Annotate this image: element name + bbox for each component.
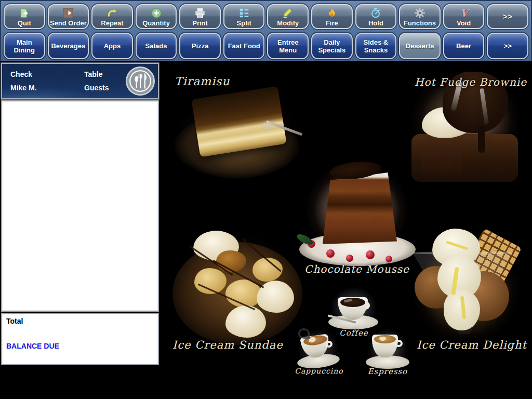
print-icon xyxy=(194,7,206,19)
tab-desserts[interactable]: Desserts xyxy=(399,33,441,59)
tab-more-categories[interactable]: >> xyxy=(487,33,528,59)
tab-sides-snacks[interactable]: Sides & Snacks xyxy=(355,33,397,59)
fire-icon xyxy=(326,7,338,19)
send-order-icon xyxy=(62,7,74,19)
balance-due-label: BALANCE DUE xyxy=(6,342,59,350)
total-label: Total xyxy=(6,317,23,325)
totals-panel: Total BALANCE DUE xyxy=(1,313,159,365)
table-label: Table xyxy=(84,70,103,78)
split-label: Split xyxy=(237,19,251,27)
send-order-button[interactable]: Send Order xyxy=(48,4,89,29)
tab-apps[interactable]: Apps xyxy=(91,33,133,59)
void-icon: V xyxy=(458,7,470,19)
functions-label: Functions xyxy=(404,19,436,27)
void-button[interactable]: V Void xyxy=(443,4,485,29)
modify-label: Modify xyxy=(277,19,299,27)
menu-item-ice-cream-delight[interactable]: Ice Cream Delight xyxy=(405,223,532,360)
menu-canvas: Tiramisu Hot Fudge Brownie xyxy=(160,62,532,399)
tab-label: Pizza xyxy=(192,42,209,50)
functions-icon xyxy=(414,7,425,19)
menu-item-label: Espresso xyxy=(364,367,411,376)
fire-button[interactable]: Fire xyxy=(311,4,353,29)
tab-label: Main Dining xyxy=(7,38,42,54)
repeat-icon xyxy=(107,7,118,19)
menu-item-label: Cappuccino xyxy=(294,367,344,375)
tab-main-dining[interactable]: Main Dining xyxy=(4,33,45,59)
tab-daily-specials[interactable]: Daily Specials xyxy=(311,33,353,59)
more-actions-label: >> xyxy=(503,13,512,21)
menu-item-label: Tiramisu xyxy=(175,75,230,88)
print-label: Print xyxy=(192,19,208,27)
modify-icon xyxy=(282,7,294,19)
quantity-icon xyxy=(151,7,162,19)
menu-item-ice-cream-sundae[interactable]: Ice Cream Sundae xyxy=(164,223,315,360)
action-toolbar: Quit Send Order Repeat Quantity xyxy=(2,4,530,29)
tab-beer[interactable]: Beer xyxy=(443,33,485,59)
functions-button[interactable]: Functions xyxy=(399,4,441,29)
hold-label: Hold xyxy=(368,19,383,27)
quit-label: Quit xyxy=(18,19,31,27)
hold-button[interactable]: Hold xyxy=(355,4,397,29)
toolbar-background: Quit Send Order Repeat Quantity xyxy=(0,0,532,61)
svg-text:V: V xyxy=(460,7,470,19)
quantity-label: Quantity xyxy=(142,19,170,27)
tab-label: Beverages xyxy=(51,42,85,50)
repeat-button[interactable]: Repeat xyxy=(91,4,133,29)
tab-pizza[interactable]: Pizza xyxy=(179,33,221,59)
tab-fast-food[interactable]: Fast Food xyxy=(223,33,265,59)
check-label: Check xyxy=(10,70,32,78)
guests-label: Guests xyxy=(84,84,109,92)
tab-label: Entree Menu xyxy=(270,38,305,54)
check-header[interactable]: Check Table Mike M. Guests xyxy=(1,63,159,99)
send-order-label: Send Order xyxy=(50,19,87,27)
menu-item-espresso[interactable]: Espresso xyxy=(364,325,411,379)
tab-label: Desserts xyxy=(406,42,434,50)
split-icon xyxy=(238,7,250,19)
menu-item-label: Ice Cream Sundae xyxy=(172,339,283,351)
print-button[interactable]: Print xyxy=(179,4,221,29)
order-list xyxy=(1,100,159,312)
pos-application: Quit Send Order Repeat Quantity xyxy=(0,0,532,399)
menu-item-label: Ice Cream Delight xyxy=(417,339,527,351)
tab-label: >> xyxy=(504,42,512,50)
split-button[interactable]: Split xyxy=(223,4,265,29)
tab-label: Beer xyxy=(456,42,471,50)
tab-label: Daily Specials xyxy=(314,38,350,54)
category-tabbar: Main Dining Beverages Apps Salads Pizza … xyxy=(2,33,530,59)
hold-icon xyxy=(370,7,381,19)
repeat-label: Repeat xyxy=(101,19,123,27)
menu-item-cappuccino[interactable]: Cappuccino xyxy=(294,325,344,379)
tab-label: Sides & Snacks xyxy=(358,38,394,54)
tab-label: Apps xyxy=(104,42,121,50)
tab-label: Fast Food xyxy=(228,42,260,50)
tab-beverages[interactable]: Beverages xyxy=(48,33,89,59)
tab-label: Salads xyxy=(145,42,167,50)
fire-label: Fire xyxy=(326,19,338,27)
modify-button[interactable]: Modify xyxy=(267,4,309,29)
server-name: Mike M. xyxy=(10,84,37,92)
quantity-button[interactable]: Quantity xyxy=(136,4,177,29)
void-label: Void xyxy=(457,19,471,27)
more-actions-button[interactable]: >> xyxy=(487,4,528,29)
quit-icon xyxy=(19,7,30,19)
quit-button[interactable]: Quit xyxy=(4,4,45,29)
tab-entree-menu[interactable]: Entree Menu xyxy=(267,33,309,59)
tab-salads[interactable]: Salads xyxy=(136,33,177,59)
utensils-icon[interactable] xyxy=(125,66,155,96)
menu-item-label: Hot Fudge Brownie xyxy=(415,76,527,88)
